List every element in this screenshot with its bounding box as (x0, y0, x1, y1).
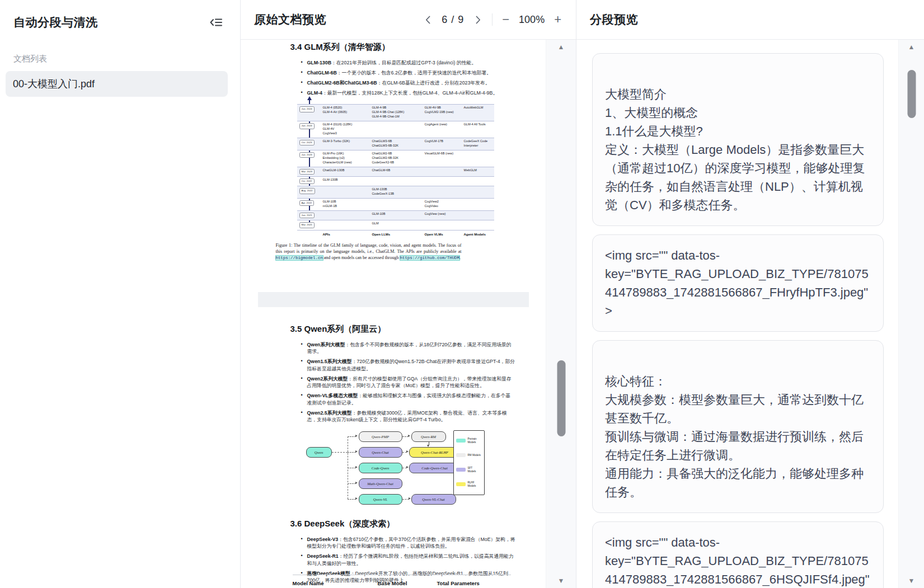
table-header-cell: Model Name (293, 580, 378, 586)
timeline-footer: APIs Open LLMs Open VLMs Agent Models (297, 231, 494, 237)
timeline-cell (425, 178, 464, 184)
timeline-row: Jun. 2024 GLM-4 (0520) GLM-4-Air (0605) … (297, 104, 494, 121)
list-item: Qwen-VL多模态大模型：能够感知和理解文本与图像，实现强大的多模态理解能力，… (307, 392, 515, 406)
timeline-cell (464, 200, 494, 209)
table-header-cell: Base Model (378, 580, 437, 586)
qwen-chat-rlhf-node: Qwen-Chat-RLHF (409, 447, 461, 458)
bullet-term: DeepSeek-R1 (307, 553, 339, 559)
scroll-down-icon[interactable]: ▼ (558, 577, 565, 584)
timeline-cell (464, 222, 494, 228)
segment-chunk-card[interactable]: 大模型简介 1、大模型的概念 1.1什么是大模型? 定义：大模型（Large M… (592, 53, 884, 226)
timeline-cell: ChatGLM2-6B ChatGLM2-6B-32K CodeGeeX2-6B (372, 152, 425, 165)
connector (348, 436, 356, 437)
list-item: Qwen2系列大模型：所有尺寸的模型都使用了GQA（分组查询注意力），带来推理加… (307, 375, 515, 389)
scroll-up-icon[interactable]: ▲ (558, 44, 565, 50)
timeline-date-cell: Mar. 2023 (297, 168, 323, 175)
date-pill: Aug. 2022 (299, 188, 315, 194)
bullet-term: ChatGLM2-6B和ChatGLM3-6B (307, 80, 377, 86)
doc-scrollbar-thumb[interactable] (557, 360, 565, 436)
timeline-footer-cell: APIs (323, 233, 372, 236)
segment-chunk-card[interactable]: <img src="" data-tos-key="BYTE_RAG_UPLOA… (592, 521, 884, 588)
caption-text: . (459, 255, 461, 260)
bullet-text: ：最新一代模型，支持128K上下文长度，包括GLM-4、GLM-4-Air和GL… (322, 90, 498, 96)
bullet-text: ：在GLM-6B基础上进行改进，分别在2023年发布。 (377, 80, 490, 86)
scroll-up-icon[interactable]: ▲ (908, 44, 915, 50)
timeline-cell (464, 212, 494, 218)
timeline-footer-cell: Open VLMs (425, 233, 464, 236)
bullet-text: ：在2021年开始训练，目标是匹配或超过GPT-3 (davinci) 的性能。 (331, 60, 476, 65)
chevron-left-icon (425, 16, 430, 24)
timeline-row: Mar. 2023 ChatGLM-130B ChatGLM-6B WebGLM (297, 167, 494, 176)
sidebar-item-document[interactable]: 00-大模型入门.pdf (6, 71, 228, 97)
legend-label: SFT Models (468, 467, 481, 473)
timeline-cell: GLM-4-9B GLM-4-9B-Chat (128K) GLM-4-9B-C… (372, 106, 425, 119)
list-item: Qwen2.5系列大模型：参数规模突破3000亿，采用MOE架构，整合视觉、语言… (307, 410, 515, 424)
qwen-figure-legend: Pretrain Models RM Models SFT Models (453, 430, 485, 495)
bullet-term: GLM-4 (307, 90, 322, 96)
segment-scrollbar[interactable]: ▲ ▼ (898, 40, 924, 588)
timeline-date-cell: Apr. 2022 (297, 200, 323, 209)
timeline-cell (464, 187, 494, 196)
list-item: GLM-4：最新一代模型，支持128K上下文长度，包括GLM-4、GLM-4-A… (307, 90, 515, 96)
timeline-row: Jun. 2021 GLM-10B CogView (new) (297, 210, 494, 220)
timeline-cell: GLM-10B mGLM-1B (323, 200, 372, 209)
legend-row: RLHF Models (456, 477, 482, 492)
arrowhead (408, 435, 410, 437)
legend-swatch-pretrain (456, 439, 466, 443)
doc-body: 3.4 GLM系列（清华智源） GLM-130B：在2021年开始训练，目标是匹… (241, 40, 576, 588)
bullet-term: ChatGLM-6B (307, 70, 337, 76)
prev-page-button[interactable] (422, 13, 433, 26)
qwen-rm-node: Qwen-RM (411, 431, 446, 442)
segment-panel-title: 分段预览 (590, 12, 638, 27)
scroll-down-icon[interactable]: ▼ (908, 577, 915, 584)
page-separator (258, 292, 529, 307)
qwen-vl-chat-node: Qwen-VL-Chat (411, 494, 456, 505)
app-window: 自动分段与清洗 文档列表 00-大模型入门.pdf 原始文档预览 (0, 0, 924, 588)
legend-row: Pretrain Models (456, 434, 482, 448)
list-item: ChatGLM2-6B和ChatGLM3-6B：在GLM-6B基础上进行改进，分… (307, 79, 515, 86)
timeline-row: Jan. 2024 GLM-4 (0116) (128K) GLM-4V Cog… (297, 121, 494, 138)
timeline-cell (425, 187, 464, 196)
zoom-in-button[interactable]: + (553, 13, 562, 26)
arrowhead (355, 435, 358, 437)
bullet-term: Qwen-VL多模态大模型 (307, 393, 358, 398)
segment-scrollbar-thumb[interactable] (907, 70, 916, 118)
timeline-cell: CogVLM-17B (425, 139, 464, 148)
timeline-row: Oct. 2023 GLM-3-Turbo (32K) ChatGLM3-6B … (297, 138, 494, 150)
timeline-row: Oct. 2022 GLM-130B (297, 176, 494, 186)
arrowhead (355, 450, 358, 453)
qwen-node: Qwen (306, 447, 332, 458)
timeline-cell: GLM-Pro (16K) Embedding (v2) CharacterGL… (323, 152, 372, 165)
segment-preview-panel: 分段预览 大模型简介 1、大模型的概念 1.1什么是大模型? 定义：大模型（La… (576, 0, 924, 588)
timeline-cell (372, 178, 425, 184)
qwen-pmp-node: Qwen-PMP (359, 431, 402, 442)
segment-chunk-card[interactable]: <img src="" data-tos-key="BYTE_RAG_UPLOA… (592, 234, 884, 332)
timeline-cell (425, 168, 464, 175)
zoom-out-button[interactable]: − (501, 13, 510, 26)
timeline-date-cell: Oct. 2022 (297, 178, 323, 184)
timeline-row: Jun. 2023 GLM-Pro (16K) Embedding (v2) C… (297, 150, 494, 167)
legend-swatch-sft (456, 468, 466, 472)
timeline-cell (464, 152, 494, 165)
timeline-cell: WebGLM (464, 168, 494, 175)
collapse-sidebar-button[interactable] (209, 16, 223, 29)
next-page-button[interactable] (472, 13, 484, 26)
doc-scrollbar[interactable]: ▲ ▼ (546, 40, 576, 588)
sidebar-header: 自动分段与清洗 (0, 0, 240, 30)
pdf-heading-glm: 3.4 GLM系列（清华智源） (290, 42, 529, 53)
list-item: DeepSeek-R1：经历了多个微调和RL阶段，包括拒绝采样和第二轮RL训练，… (307, 553, 515, 567)
pdf-viewport[interactable]: 3.4 GLM系列（清华智源） GLM-130B：在2021年开始训练，目标是匹… (241, 40, 546, 588)
timeline-cell: GLM-4 (0520) GLM-4-Air (0605) (323, 106, 372, 119)
caption-link: https://bigmodel.cn (276, 256, 323, 260)
arrowhead (355, 497, 358, 500)
caption-text: Figure 1: The timeline of the GLM family… (276, 243, 462, 254)
timeline-footer-cell: Open LLMs (372, 233, 425, 236)
timeline-date-cell: Jun. 2024 (297, 106, 323, 119)
date-pill: Jun. 2023 (299, 152, 315, 158)
date-pill: Mar. 2023 (299, 169, 315, 175)
caption-text: and open models can be accessed through (323, 255, 400, 260)
pdf-heading-deepseek: 3.6 DeepSeek（深度求索） (290, 519, 529, 529)
timeline-cell: ChatGLM-130B (323, 168, 372, 175)
segment-chunk-card[interactable]: 核心特征： 大规模参数：模型参数量巨大，通常达到数十亿甚至数千亿。 预训练与微调… (592, 340, 884, 513)
bullet-text: ：经历了多个微调和RL阶段，包括拒绝采样和第二轮RL训练，以提高其通用能力和与人… (307, 553, 514, 566)
